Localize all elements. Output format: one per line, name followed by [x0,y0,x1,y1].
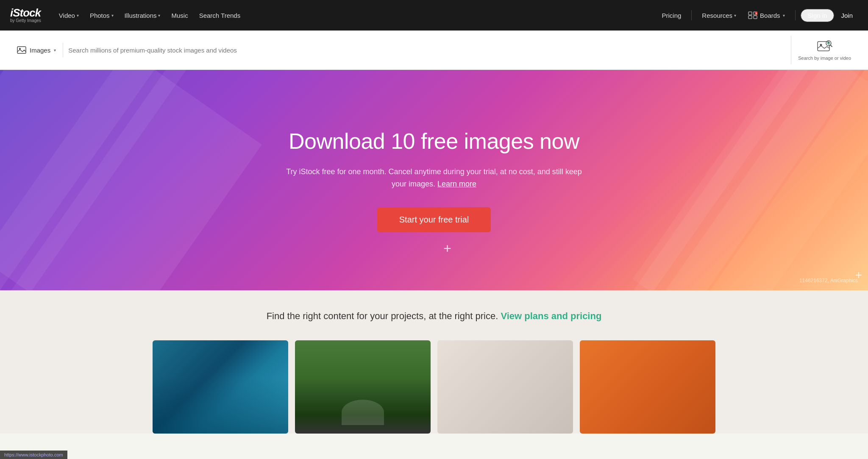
stripe-decoration [608,70,840,290]
nav-item-illustrations[interactable]: Illustrations ▾ [120,8,165,22]
hero-section: Download 10 free images now Try iStock f… [0,70,868,290]
sign-in-button[interactable]: Sign in [801,9,835,22]
nav-links: Video ▾ Photos ▾ Illustrations ▾ Music S… [55,8,657,22]
stripe-decoration [691,70,868,290]
chevron-down-icon: ▾ [111,13,114,18]
nav-item-photos[interactable]: Photos ▾ [86,8,118,22]
search-type-selector[interactable]: Images ▾ [10,43,63,57]
chevron-down-icon: ▾ [734,13,736,18]
nav-item-video[interactable]: Video ▾ [55,8,83,22]
hero-title: Download 10 free images now [289,128,579,154]
nav-item-search-trends[interactable]: Search Trends [195,8,245,22]
nav-item-music[interactable]: Music [167,8,192,22]
search-input[interactable] [68,47,786,54]
pricing-text: Find the right content for your projects… [17,311,851,322]
nav-right: Pricing Resources ▾ 4 Boards ▾ Sign in J… [657,8,858,22]
search-by-image-label: Search by image or video [798,55,851,61]
thumbnail-ocean[interactable] [153,340,288,434]
search-bar: Images ▾ Search by image or video [0,31,868,70]
logo-sub: by Getty Images [10,18,41,23]
svg-text:4: 4 [756,12,757,15]
logo[interactable]: iStock by Getty Images [10,7,41,23]
chevron-down-icon: ▾ [54,48,56,53]
plus-icon-right: + [855,268,862,282]
svg-rect-3 [754,16,757,19]
logo-main: iStock [10,7,41,18]
nav-divider [691,10,692,20]
image-credit: 1146216372, AniGraphics [799,278,858,284]
boards-icon: 4 [748,11,757,19]
thumbnail-cartoon[interactable] [580,340,715,434]
chevron-down-icon: ▾ [783,13,785,18]
join-button[interactable]: Join [836,9,858,22]
thumbnails-section [0,335,868,434]
view-plans-link[interactable]: View plans and pricing [501,311,601,321]
thumbnail-abstract[interactable] [437,340,573,434]
image-type-icon [17,46,26,54]
stripe-decoration [0,70,183,290]
plus-icon: + [443,241,451,256]
nav-resources[interactable]: Resources ▾ [697,8,741,22]
svg-rect-2 [748,16,752,19]
learn-more-link[interactable]: Learn more [437,180,476,188]
search-by-image-icon [817,39,833,55]
svg-rect-0 [748,12,752,15]
stripe-decoration [643,70,868,290]
hero-subtitle: Try iStock free for one month. Cancel an… [286,166,582,190]
pricing-section: Find the right content for your projects… [0,290,868,335]
start-free-trial-button[interactable]: Start your free trial [377,207,491,232]
chevron-down-icon: ▾ [77,13,79,18]
nav-divider-2 [795,10,796,20]
navbar: iStock by Getty Images Video ▾ Photos ▾ … [0,0,868,31]
thumbnail-dome[interactable] [295,340,431,434]
chevron-down-icon: ▾ [158,13,160,18]
stripe-decoration [0,70,218,290]
search-by-image-button[interactable]: Search by image or video [791,36,858,64]
nav-boards[interactable]: 4 Boards ▾ [743,8,790,22]
nav-pricing[interactable]: Pricing [657,8,687,22]
